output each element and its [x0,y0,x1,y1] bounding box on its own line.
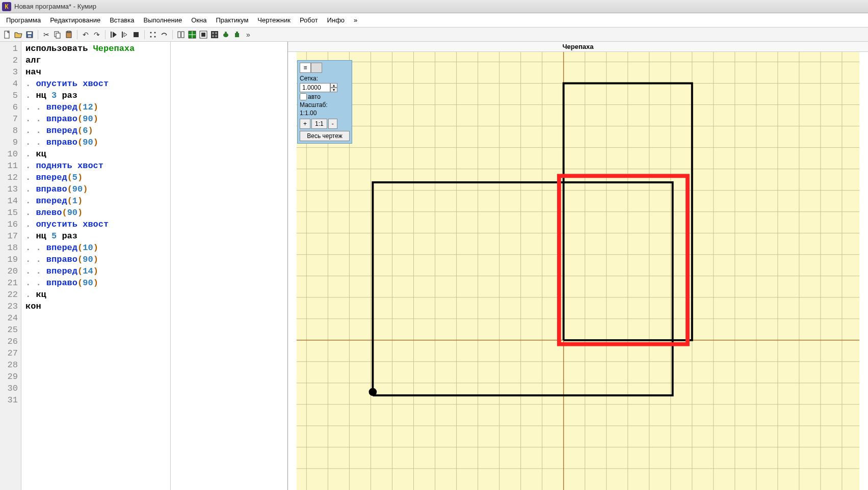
code-line[interactable]: . влево(90) [25,207,170,219]
menu-редактирование[interactable]: Редактирование [46,14,104,26]
line-number: 22 [0,289,18,301]
robot-icon[interactable] [232,30,242,40]
panel-tab-menu[interactable]: ≡ [300,63,311,73]
line-number: 16 [0,219,18,230]
code-line[interactable]: . вперед(5) [25,172,170,183]
code-line[interactable]: . поднять хвост [25,160,170,172]
menu-выполнение[interactable]: Выполнение [139,14,186,26]
svg-rect-24 [215,32,217,34]
line-number: 7 [0,113,18,125]
code-line[interactable]: . опустить хвост [25,78,170,90]
overflow-icon[interactable]: » [243,30,253,40]
code-line[interactable]: . . вперед(12) [25,101,170,113]
grid-spin-down[interactable]: ▾ [330,88,337,92]
menu-программа[interactable]: Программа [2,14,45,26]
redo-icon[interactable]: ↷ [92,30,102,40]
zoom-in-button[interactable]: + [300,119,310,129]
save-file-icon[interactable] [24,30,35,40]
run-icon[interactable] [109,30,119,40]
step-icon[interactable] [120,30,130,40]
svg-rect-3 [28,35,31,37]
svg-point-28 [225,32,227,34]
turtle-icon[interactable] [221,30,231,40]
svg-rect-5 [56,33,60,38]
svg-rect-8 [111,32,112,38]
line-number: 12 [0,172,18,183]
code-line[interactable]: . . вперед(6) [25,125,170,137]
svg-rect-21 [201,33,205,37]
tool-icon-1[interactable] [148,30,158,40]
grid-value-input[interactable] [300,83,330,92]
zoom-reset-button[interactable]: 1:1 [311,119,327,129]
code-line[interactable]: . . вперед(10) [25,242,170,254]
line-number: 25 [0,324,18,336]
menu-чертежник[interactable]: Чертежник [253,14,295,26]
code-line[interactable]: . кц [25,289,170,301]
auto-checkbox[interactable] [300,93,307,100]
code-line[interactable]: . . вправо(90) [25,113,170,125]
code-line[interactable]: . . вправо(90) [25,137,170,148]
panel-icon-4[interactable] [209,30,220,40]
code-line[interactable]: использовать Черепаха [25,43,170,55]
line-gutter: 1234567891011121314151617181920212223242… [0,42,21,490]
line-number: 21 [0,277,18,289]
panel-icon-3[interactable] [198,30,208,40]
menu-окна[interactable]: Окна [187,14,211,26]
code-line[interactable]: . . вправо(90) [25,254,170,265]
code-line[interactable]: . вперед(1) [25,195,170,207]
paste-icon[interactable] [64,30,74,40]
code-editor[interactable]: использовать Черепахаалгнач. опустить хв… [21,42,170,490]
canvas-control-panel: ≡ Сетка: ▴ ▾ авто Масштаб: 1:1.00 [297,60,352,144]
code-line[interactable]: . . вперед(14) [25,265,170,277]
code-line[interactable]: . . вправо(90) [25,277,170,289]
svg-rect-2 [28,32,32,34]
open-file-icon[interactable] [13,30,23,40]
line-number: 10 [0,148,18,160]
output-title: Черепаха [288,42,868,52]
undo-icon[interactable]: ↶ [81,30,91,40]
scale-value: 1:1.00 [300,110,350,117]
separator [172,30,173,39]
menu-практикум[interactable]: Практикум [212,14,252,26]
copy-icon[interactable] [52,30,63,40]
code-line[interactable]: кон [25,301,170,312]
code-line[interactable]: . кц [25,148,170,160]
menu-»[interactable]: » [350,14,361,26]
tool-icon-2[interactable] [159,30,169,40]
cut-icon[interactable]: ✂ [41,30,51,40]
code-line[interactable]: алг [25,55,170,66]
line-number: 31 [0,394,18,406]
code-line[interactable]: . нц 3 раз [25,90,170,101]
separator [105,30,106,39]
grid-spin-up[interactable]: ▴ [330,83,337,88]
panel-icon-1[interactable] [176,30,186,40]
menu-инфо[interactable]: Инфо [323,14,349,26]
panel-icon-2[interactable] [187,30,197,40]
line-number: 30 [0,383,18,394]
zoom-out-button[interactable]: - [328,119,337,129]
line-number: 26 [0,336,18,347]
line-number: 18 [0,242,18,254]
code-line[interactable]: . вправо(90) [25,183,170,195]
editor-pane: 1234567891011121314151617181920212223242… [0,42,288,490]
stop-icon[interactable] [131,30,141,40]
new-file-icon[interactable] [2,30,12,40]
line-number: 14 [0,195,18,207]
menu-вставка[interactable]: Вставка [106,14,138,26]
code-line[interactable]: . нц 5 раз [25,230,170,242]
menu-робот[interactable]: Робот [296,14,322,26]
line-number: 17 [0,230,18,242]
app-icon: К [2,2,11,11]
svg-rect-23 [212,32,214,34]
svg-point-14 [154,36,156,37]
canvas-area[interactable]: ≡ Сетка: ▴ ▾ авто Масштаб: 1:1.00 [288,52,868,490]
fit-all-button[interactable]: Весь чертеж [300,131,350,141]
code-line[interactable]: нач [25,66,170,78]
toolbar: ✂ ↶ ↷ » [0,28,868,42]
line-number: 27 [0,347,18,359]
panel-tab-blank[interactable] [311,63,322,73]
svg-rect-7 [67,31,70,33]
editor-right-margin [170,42,287,490]
svg-rect-25 [212,35,214,37]
code-line[interactable]: . опустить хвост [25,219,170,230]
